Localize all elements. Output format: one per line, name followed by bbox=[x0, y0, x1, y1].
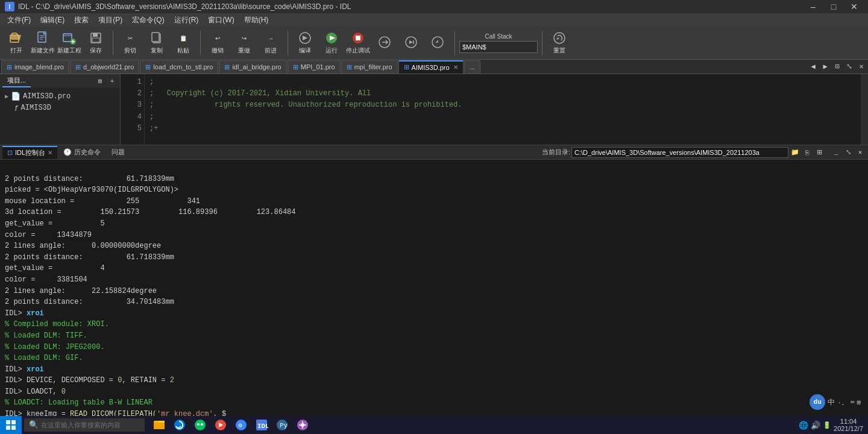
tree-item-aimis3d-pro[interactable]: ▶ 📄 AIMIS3D.pro bbox=[2, 90, 118, 102]
menu-help[interactable]: 帮助(H) bbox=[239, 14, 274, 27]
open-button[interactable]: 打开 bbox=[4, 29, 29, 57]
current-dir-input[interactable] bbox=[571, 147, 788, 158]
file-tree-icon-1: 📄 bbox=[11, 92, 20, 101]
taskbar-app-explorer[interactable] bbox=[149, 416, 169, 434]
compile-button[interactable]: 编译 bbox=[292, 29, 318, 57]
new-project-button[interactable]: 新建工程 bbox=[57, 29, 82, 57]
code-line-3: ; rights reserved. Unauthorized reproduc… bbox=[149, 101, 462, 109]
taskbar-app-edge[interactable] bbox=[170, 416, 189, 434]
new-file-button[interactable]: 新建文件 bbox=[30, 29, 55, 57]
svg-rect-25 bbox=[6, 426, 10, 430]
copy-button[interactable]: 复制 bbox=[144, 29, 169, 57]
tab-icon-3: ⊞ bbox=[145, 63, 151, 71]
tab-problems[interactable]: 问题 bbox=[107, 146, 130, 159]
taskbar-app-idl[interactable]: IDL bbox=[252, 416, 271, 434]
ime-grid-button[interactable]: ⊞ bbox=[857, 398, 861, 406]
console-line-9: get_value = 4 bbox=[5, 264, 105, 272]
close-button[interactable]: ✕ bbox=[845, 1, 863, 12]
run-button[interactable]: 运行 bbox=[319, 29, 344, 57]
save-label: 保存 bbox=[90, 46, 102, 55]
menu-edit[interactable]: 编辑(E) bbox=[36, 14, 69, 27]
tab-prev-button[interactable]: ◀ bbox=[808, 61, 819, 72]
menu-macro[interactable]: 宏命令(Q) bbox=[127, 14, 169, 27]
forward-button[interactable]: → 前进 bbox=[258, 29, 283, 57]
sidebar-tabs: 项目... bbox=[2, 75, 31, 87]
paste-button[interactable]: 📋 粘贴 bbox=[171, 29, 196, 57]
tab-next-button[interactable]: ▶ bbox=[820, 61, 831, 72]
step2-button[interactable] bbox=[398, 29, 424, 57]
callstack-input[interactable] bbox=[459, 41, 538, 53]
taskbar: 🔍 ⚙ IDL Py 🌐 🔊 🔋 11:04 bbox=[0, 416, 868, 434]
minimize-button[interactable]: – bbox=[804, 1, 822, 12]
tab-close-all-button[interactable]: ✕ bbox=[856, 61, 867, 72]
tree-arrow-1: ▶ bbox=[5, 93, 8, 100]
menu-window[interactable]: 窗口(W) bbox=[203, 14, 239, 27]
taskbar-app-mindmap[interactable] bbox=[293, 416, 312, 434]
console-line-2: picked = <ObjHeapVar93070(IDLGRPOLYGON)> bbox=[5, 186, 178, 194]
tab-d-objworld[interactable]: ⊞ d_objworld21.pro bbox=[70, 60, 139, 74]
new-project-label: 新建工程 bbox=[57, 46, 81, 55]
sidebar-expand-button[interactable]: ⊞ bbox=[95, 76, 105, 87]
panel-maximize-button[interactable]: ⤡ bbox=[843, 147, 854, 158]
tab-load-dcm[interactable]: ⊞ load_dcm_to_stl.pro bbox=[140, 60, 218, 74]
step3-button[interactable] bbox=[425, 29, 450, 57]
sidebar-tab-projects[interactable]: 项目... bbox=[2, 75, 31, 87]
taskbar-app-wechat[interactable] bbox=[190, 416, 210, 434]
tool-group-run: 编译 运行 停止调试 bbox=[292, 29, 450, 57]
tab-restore-button[interactable]: ⤡ bbox=[844, 61, 855, 72]
taskbar-search-input[interactable] bbox=[41, 421, 125, 429]
ime-soft-btn[interactable]: ⌨ bbox=[851, 398, 855, 406]
svg-rect-17 bbox=[356, 36, 360, 40]
menu-file[interactable]: 文件(F) bbox=[2, 14, 36, 27]
tab-close-7[interactable]: ✕ bbox=[453, 64, 458, 71]
undo-button[interactable]: ↩ 撤销 bbox=[205, 29, 230, 57]
search-icon: 🔍 bbox=[29, 420, 39, 430]
taskbar-clock[interactable]: 11:04 2021/12/7 bbox=[834, 418, 863, 432]
tab-image-blend[interactable]: ⊞ image_blend.pro bbox=[1, 60, 69, 74]
svg-point-30 bbox=[195, 420, 206, 430]
menu-run[interactable]: 运行(R) bbox=[169, 14, 204, 27]
taskbar-app-settings[interactable]: ⚙ bbox=[231, 416, 251, 434]
tab-history[interactable]: 🕐 历史命令 bbox=[58, 146, 105, 159]
svg-text:⚙: ⚙ bbox=[238, 422, 242, 429]
console-tab-close[interactable]: ✕ bbox=[48, 149, 52, 156]
tab-mpi01[interactable]: ⊞ MPI_01.pro bbox=[288, 60, 341, 74]
tab-expand-button[interactable]: ⊡ bbox=[832, 61, 843, 72]
baidu-ime-badge[interactable]: du bbox=[810, 394, 825, 410]
taskbar-network-icon: 🌐 bbox=[799, 421, 808, 430]
panel-close-button[interactable]: ✕ bbox=[855, 147, 866, 158]
taskbar-app-music[interactable] bbox=[211, 416, 230, 434]
menu-search[interactable]: 搜索 bbox=[69, 14, 93, 27]
console-line-8: 2 points distance: 61.718339mm bbox=[5, 253, 174, 262]
reset-button[interactable]: 重置 bbox=[547, 29, 572, 57]
panel-minimize-button[interactable]: _ bbox=[831, 147, 841, 158]
tab-idl-ai[interactable]: ⊞ idl_ai_bridge.pro bbox=[219, 60, 286, 74]
undo-label: 撤销 bbox=[212, 46, 224, 55]
taskbar-time: 11:04 bbox=[840, 418, 857, 425]
save-button[interactable]: 保存 bbox=[83, 29, 108, 57]
tab-mpi-filter[interactable]: ⊞ mpi_filter.pro bbox=[341, 60, 398, 74]
start-button[interactable] bbox=[0, 416, 22, 434]
dir-grid-button[interactable]: ⊞ bbox=[814, 147, 825, 158]
console-line-20: IDL> LOADCT, 0 bbox=[5, 388, 66, 396]
tree-item-aimis3d-func[interactable]: ƒ AIMIS3D bbox=[12, 102, 118, 113]
cut-button[interactable]: ✂ 剪切 bbox=[118, 29, 143, 57]
ime-lang-label[interactable]: 中 bbox=[828, 397, 835, 407]
sidebar-add-button[interactable]: + bbox=[107, 76, 118, 87]
tab-overflow[interactable]: ... bbox=[464, 60, 480, 74]
menu-project[interactable]: 项目(P) bbox=[93, 14, 127, 27]
taskbar-app-python[interactable]: Py bbox=[272, 416, 292, 434]
ime-punct-button[interactable]: ·。 bbox=[837, 398, 848, 407]
step1-button[interactable] bbox=[372, 29, 397, 57]
stop-button[interactable]: 停止调试 bbox=[345, 29, 371, 57]
redo-button[interactable]: ↪ 重做 bbox=[231, 29, 257, 57]
tab-idl-console[interactable]: ⊡ IDL控制台 ✕ bbox=[2, 146, 57, 159]
console-line-13: IDL> xroi bbox=[5, 309, 44, 318]
tab-icon-4: ⊞ bbox=[224, 63, 230, 71]
tab-aimis3d[interactable]: ⊞ AIMIS3D.pro ✕ bbox=[398, 60, 464, 74]
dir-copy-button[interactable]: ⎘ bbox=[802, 147, 813, 158]
maximize-button[interactable]: □ bbox=[825, 1, 843, 12]
tool-group-edit: ✂ 剪切 复制 📋 粘贴 bbox=[118, 29, 196, 57]
taskbar-search-box[interactable]: 🔍 bbox=[24, 418, 145, 432]
dir-browse-button[interactable]: 📁 bbox=[790, 147, 800, 158]
